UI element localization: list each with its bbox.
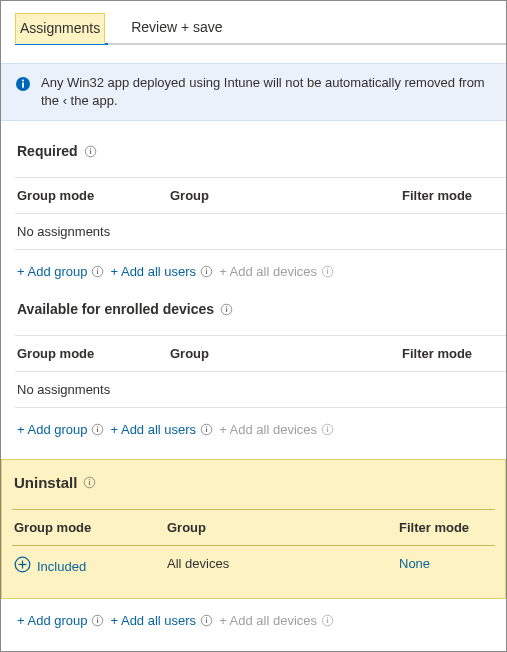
add-all-users-link[interactable]: + Add all users [110,422,196,437]
tab-review-save[interactable]: Review + save [127,13,226,44]
svg-rect-23 [206,427,207,428]
add-all-devices-link[interactable]: + Add all devices [219,613,317,628]
svg-rect-25 [327,429,328,433]
svg-rect-34 [97,620,98,624]
svg-rect-22 [206,429,207,433]
table-header: Group mode Group Filter mode [15,177,506,214]
col-filter-mode: Filter mode [399,520,495,535]
svg-rect-26 [327,427,328,428]
info-icon[interactable] [200,423,213,436]
info-icon [15,76,31,92]
svg-rect-2 [22,80,24,82]
add-links-row: + Add group + Add all users + Add all de… [15,599,506,628]
svg-rect-35 [97,618,98,619]
info-banner-text: Any Win32 app deployed using Intune will… [41,74,498,110]
col-filter-mode: Filter mode [402,346,506,361]
section-title-text: Uninstall [14,474,77,491]
tab-bar: Assignments Review + save [15,11,506,44]
section-title-available: Available for enrolled devices [15,301,506,317]
info-icon[interactable] [200,265,213,278]
add-group-link[interactable]: + Add group [17,422,87,437]
svg-rect-14 [327,269,328,270]
svg-rect-29 [89,480,90,481]
svg-rect-19 [97,429,98,433]
col-group-mode: Group mode [12,520,167,535]
add-links-row: + Add group + Add all users + Add all de… [15,408,506,437]
svg-rect-1 [22,83,24,88]
svg-rect-38 [206,618,207,619]
info-icon[interactable] [321,614,334,627]
svg-rect-11 [206,269,207,270]
plus-circle-icon [14,556,31,576]
section-title-text: Available for enrolled devices [17,301,214,317]
svg-rect-20 [97,427,98,428]
col-group: Group [167,520,399,535]
svg-rect-8 [97,269,98,270]
info-icon[interactable] [321,423,334,436]
no-assignments-text: No assignments [15,372,506,408]
col-group-mode: Group mode [15,188,170,203]
filter-mode-link[interactable]: None [399,556,430,571]
svg-rect-28 [89,482,90,486]
svg-rect-17 [226,306,227,307]
info-banner: Any Win32 app deployed using Intune will… [1,63,506,121]
included-label: Included [37,559,86,574]
section-available: Available for enrolled devices Group mod… [15,301,506,437]
svg-rect-37 [206,620,207,624]
table-row: Included All devices None [12,546,495,586]
info-icon[interactable] [84,145,97,158]
svg-rect-10 [206,271,207,275]
add-links-row: + Add group + Add all users + Add all de… [15,250,506,279]
info-icon[interactable] [83,476,96,489]
section-required: Required Group mode Group Filter mode No… [15,143,506,279]
group-mode-included[interactable]: Included [14,556,167,576]
col-group: Group [170,188,402,203]
col-filter-mode: Filter mode [402,188,506,203]
info-icon[interactable] [220,303,233,316]
add-group-link[interactable]: + Add group [17,613,87,628]
section-title-uninstall: Uninstall [12,474,495,491]
section-title-text: Required [17,143,78,159]
info-icon[interactable] [91,265,104,278]
col-group-mode: Group mode [15,346,170,361]
table-header: Group mode Group Filter mode [12,509,495,546]
svg-rect-16 [226,308,227,312]
add-all-users-link[interactable]: + Add all users [110,613,196,628]
no-assignments-text: No assignments [15,214,506,250]
add-all-devices-link[interactable]: + Add all devices [219,422,317,437]
svg-rect-41 [327,618,328,619]
table-header: Group mode Group Filter mode [15,335,506,372]
svg-rect-4 [90,150,91,154]
svg-rect-13 [327,271,328,275]
svg-rect-5 [90,148,91,149]
svg-rect-7 [97,271,98,275]
add-all-users-link[interactable]: + Add all users [110,264,196,279]
svg-rect-40 [327,620,328,624]
add-group-link[interactable]: + Add group [17,264,87,279]
section-title-required: Required [15,143,506,159]
info-icon[interactable] [91,423,104,436]
info-icon[interactable] [200,614,213,627]
tab-assignments[interactable]: Assignments [15,13,105,44]
info-icon[interactable] [321,265,334,278]
section-uninstall: Uninstall Group mode Group Filter mode I… [1,459,506,599]
add-all-devices-link[interactable]: + Add all devices [219,264,317,279]
info-icon[interactable] [91,614,104,627]
col-group: Group [170,346,402,361]
group-cell: All devices [167,556,399,576]
